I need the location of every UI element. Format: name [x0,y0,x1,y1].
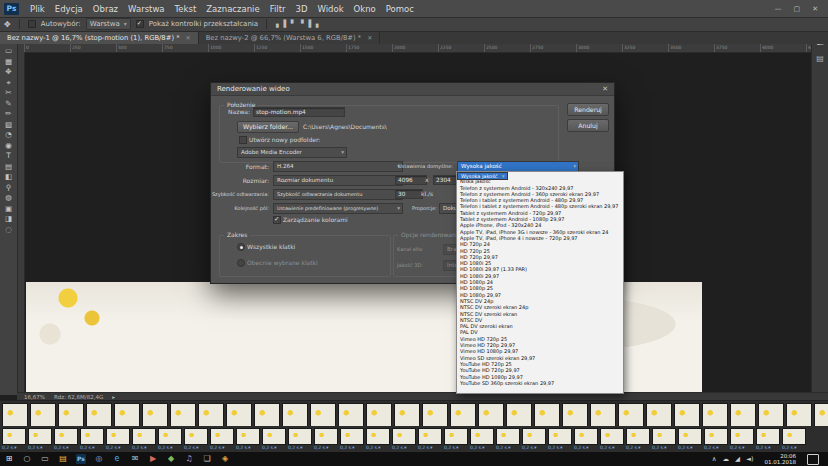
menu-item[interactable]: Filtr [265,4,291,14]
tool-icon[interactable]: ◔ [2,131,15,139]
preset-option[interactable]: Wysoka jakość [457,172,508,180]
timeline-frame[interactable]: 0,2 s.▾ [28,428,52,452]
frame-duration-label[interactable]: 0,2 s.▾ [210,445,234,451]
timeline-frame[interactable]: 0,2 s.▾ [496,428,520,452]
menu-item[interactable]: Pomoc [381,4,419,14]
timeline-frame[interactable] [506,403,532,426]
tool-icon[interactable]: ◧ [2,173,15,181]
timeline-frame[interactable]: 0,2 s.▾ [366,428,390,452]
tool-icon[interactable]: ▣ [2,205,15,213]
timeline-frame[interactable]: 0,2 s.▾ [522,428,546,452]
timeline-frame[interactable] [86,403,112,426]
document-tab-active[interactable]: Bez nazwy-1 @ 16,7% (stop-motion (1), RG… [0,31,199,44]
timeline-frame[interactable]: 0,2 s.▾ [470,428,494,452]
timeline-frame[interactable]: 0,2 s.▾ [184,428,208,452]
timeline-frame[interactable] [590,403,616,426]
tool-icon[interactable]: ▤ [2,163,15,171]
tray-icon[interactable]: ☁ [722,455,729,463]
timeline-frame[interactable] [142,403,168,426]
timeline-frame[interactable]: 0,2 s.▾ [418,428,442,452]
window-control-icon[interactable]: — [775,5,782,13]
fps-input[interactable]: 30 [395,189,423,199]
taskbar-app-icon[interactable]: ▭ [36,452,54,466]
subfolder-checkbox[interactable] [239,136,247,144]
timeline-frame[interactable]: 0,2 s.▾ [782,428,806,452]
timeline-frame[interactable]: 0,2 s.▾ [756,428,780,452]
timeline-frame[interactable]: 0,2 s.▾ [626,428,650,452]
frame-thumbnail[interactable] [470,428,494,445]
close-icon[interactable]: ✕ [602,85,608,93]
timeline-frame[interactable]: 0,2 s.▾ [314,428,338,452]
preset-option[interactable]: Telefon i tablet z systemem Android - 48… [457,203,623,209]
tool-icon[interactable]: ▦ [2,58,15,66]
taskbar-app-icon[interactable]: ❏ [198,452,216,466]
tray-icon[interactable]: ∧ [712,455,717,463]
frame-thumbnail[interactable] [210,428,234,445]
frame-thumbnail[interactable] [80,428,104,445]
frame-thumbnail[interactable] [2,428,26,445]
timeline-frame[interactable]: 0,2 s.▾ [652,428,676,452]
frame-duration-label[interactable]: 0,2 s.▾ [704,445,728,451]
tray-icon[interactable]: ◄) [746,455,754,463]
frame-duration-label[interactable]: 0,2 s.▾ [392,445,416,451]
frame-duration-label[interactable]: 0,2 s.▾ [600,445,624,451]
frame-thumbnail[interactable] [184,428,208,445]
close-tab-icon[interactable]: ✕ [367,34,372,41]
selected-frames-radio[interactable] [237,259,245,267]
dialog-title-bar[interactable]: Renderowanie wideo ✕ [211,83,614,96]
select-folder-button[interactable]: Wybierz folder... [237,121,299,133]
frame-thumbnail[interactable] [782,428,806,445]
frame-duration-label[interactable]: 0,2 s.▾ [522,445,546,451]
timeline-frame[interactable] [478,403,504,426]
timeline-frame[interactable] [226,403,252,426]
timeline-frame[interactable]: 0,2 s.▾ [132,428,156,452]
timeline-frame[interactable] [254,403,280,426]
cancel-button[interactable]: Anuluj [567,119,609,132]
color-management-checkbox[interactable] [273,216,281,224]
timeline-frame[interactable] [394,403,420,426]
frame-thumbnail[interactable] [28,428,52,445]
frame-duration-label[interactable]: 0,2 s.▾ [678,445,702,451]
frame-thumbnail[interactable] [574,428,598,445]
frame-thumbnail[interactable] [236,428,260,445]
framerate-select[interactable]: Szybkość odtwarzania dokumentu [273,189,403,200]
timeline-frame[interactable]: 0,2 s.▾ [54,428,78,452]
autoselect-checkbox[interactable] [28,20,36,28]
align-icon[interactable]: ▌ [282,20,289,28]
frame-thumbnail[interactable] [366,428,390,445]
menu-item[interactable]: Edycja [50,4,88,14]
timeline-frame[interactable] [2,403,28,426]
frame-thumbnail[interactable] [106,428,130,445]
all-frames-radio[interactable] [237,243,245,251]
tool-icon[interactable]: ▭ [2,47,15,55]
align-icon[interactable]: ▘ [290,20,297,28]
frame-thumbnail[interactable] [496,428,520,445]
frame-duration-label[interactable]: 0,2 s.▾ [574,445,598,451]
timeline-frame[interactable]: 0,2 s.▾ [2,428,26,452]
preset-option[interactable]: YouTube SD 360p szeroki ekran 29,97 [457,380,623,386]
taskbar-app-icon[interactable]: Ps [72,452,90,466]
menu-item[interactable]: Warstwa [123,4,170,14]
frame-duration-label[interactable]: 0,2 s.▾ [496,445,520,451]
menu-item[interactable]: Tekst [170,4,202,14]
frame-duration-label[interactable]: 0,2 s.▾ [132,445,156,451]
tool-icon[interactable]: ▧ [2,121,15,129]
frame-thumbnail[interactable] [132,428,156,445]
frame-thumbnail[interactable] [548,428,572,445]
menu-item[interactable]: Zaznaczanie [201,4,264,14]
timeline-frame[interactable] [170,403,196,426]
timeline-frame[interactable] [534,403,560,426]
frame-duration-label[interactable]: 0,2 s.▾ [548,445,572,451]
action-center-icon[interactable] [807,454,819,465]
frame-thumbnail[interactable] [54,428,78,445]
frame-duration-label[interactable]: 0,2 s.▾ [730,445,754,451]
timeline-frame[interactable]: 0,2 s.▾ [340,428,364,452]
frame-duration-label[interactable]: 0,2 s.▾ [366,445,390,451]
frame-thumbnail[interactable] [600,428,624,445]
timeline-frame[interactable] [646,403,672,426]
taskbar-app-icon[interactable]: ⊞ [0,452,18,466]
timeline-frame[interactable] [702,403,728,426]
timeline-frame[interactable]: 0,2 s.▾ [548,428,572,452]
menu-item[interactable]: 3D [291,4,313,14]
tool-icon[interactable]: ✎ [2,100,15,108]
